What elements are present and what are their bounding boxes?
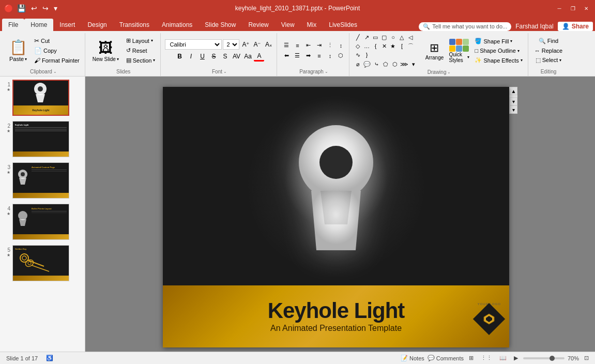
tab-file[interactable]: File: [2, 19, 24, 31]
replace-button[interactable]: ↔ Replace: [532, 47, 565, 55]
slide-thumb-3[interactable]: 3 ★ Animated Content Page: [2, 161, 83, 200]
shape-rtriangle[interactable]: ◁: [406, 33, 415, 41]
tab-slideshow[interactable]: Slide Show: [199, 19, 242, 31]
shape-wave[interactable]: ∿: [354, 51, 362, 59]
bullets-button[interactable]: ☰: [281, 41, 292, 50]
close-button[interactable]: ✕: [582, 4, 591, 13]
section-button[interactable]: ▤ Section ▾: [124, 56, 158, 65]
shape-dropdown-btn[interactable]: ▾: [409, 60, 418, 68]
decrease-font-button[interactable]: A⁻: [252, 39, 262, 50]
scroll-up-button[interactable]: ▲: [510, 87, 517, 95]
shape-more[interactable]: …: [362, 42, 371, 50]
paste-dropdown-icon[interactable]: ▾: [25, 57, 27, 62]
font-case-button[interactable]: Aa: [242, 51, 253, 62]
scroll-down-button-1[interactable]: ▾: [510, 97, 517, 105]
slide-thumb-2[interactable]: 2 ★ Keyhole Light: [2, 120, 83, 158]
shape-bracket[interactable]: [: [398, 42, 406, 50]
increase-font-button[interactable]: A⁺: [240, 39, 251, 50]
layout-button[interactable]: ⊞ Layout ▾: [124, 36, 158, 45]
justify-button[interactable]: ≡: [314, 51, 324, 60]
arrange-button[interactable]: ⊞ Arrange: [423, 37, 446, 65]
slide-thumb-1[interactable]: 1 ★ Keyhole Light: [2, 79, 83, 117]
search-box[interactable]: 🔍 Tell me what you want to do...: [419, 22, 511, 31]
align-left-button[interactable]: ⬅: [281, 51, 292, 60]
quick-styles-button[interactable]: Quick Styles ▾: [448, 37, 470, 65]
cut-button[interactable]: ✂ Cut: [32, 36, 82, 46]
format-painter-button[interactable]: 🖌 Format Painter: [32, 56, 82, 65]
clear-formatting-button[interactable]: Aₓ: [263, 39, 273, 50]
new-slide-button[interactable]: 🖼 New Slide ▾: [89, 37, 122, 64]
shape-star[interactable]: ★: [389, 42, 397, 50]
redo-button[interactable]: ↪: [41, 3, 50, 13]
select-arrow[interactable]: ▾: [559, 58, 561, 63]
italic-button[interactable]: I: [186, 51, 196, 62]
shape-connector[interactable]: ⤷: [372, 60, 380, 68]
restore-button[interactable]: ❐: [568, 4, 577, 13]
shape-line[interactable]: ╱: [354, 33, 362, 41]
copy-button[interactable]: 📄 Copy: [32, 46, 82, 55]
share-button[interactable]: 👤 Share: [558, 22, 593, 31]
font-size-selector[interactable]: 28: [223, 39, 239, 50]
save-button[interactable]: 💾: [16, 3, 27, 13]
tab-design[interactable]: Design: [81, 19, 113, 31]
reset-button[interactable]: ↺ Reset: [124, 46, 158, 55]
bold-button[interactable]: B: [174, 51, 185, 62]
minimize-button[interactable]: ─: [555, 4, 564, 13]
line-spacing-button[interactable]: ↕: [325, 51, 335, 60]
layout-arrow[interactable]: ▾: [151, 38, 153, 43]
slide-thumb-4[interactable]: 4 ★ Bullet Points Layout: [2, 203, 83, 241]
increase-indent-button[interactable]: ⇥: [314, 41, 324, 50]
zoom-thumb[interactable]: [550, 356, 555, 361]
accessibility-button[interactable]: ♿: [44, 354, 55, 362]
shape-outline-button[interactable]: □ Shape Outline ▾: [472, 47, 524, 55]
shape-brace[interactable]: }: [362, 51, 371, 59]
notes-button[interactable]: 📝 Notes: [401, 355, 424, 361]
tab-home[interactable]: Home: [24, 19, 53, 31]
comments-button[interactable]: 💬 Comments: [428, 355, 464, 361]
shape-diamond[interactable]: ◇: [354, 42, 362, 50]
fit-slide-button[interactable]: ⊡: [582, 354, 591, 362]
text-direction-button[interactable]: ↕: [335, 41, 346, 50]
tab-animations[interactable]: Animations: [156, 19, 199, 31]
paste-button[interactable]: 📋 Paste ▾: [5, 37, 31, 65]
shape-curly[interactable]: {: [371, 42, 379, 50]
strikethrough-button[interactable]: S: [208, 51, 219, 62]
scroll-down-button-2[interactable]: ▾: [510, 105, 517, 114]
view-normal-button[interactable]: ⊞: [467, 354, 476, 362]
quick-styles-arrow[interactable]: ▾: [467, 55, 469, 59]
select-button[interactable]: ⬚ Select ▾: [533, 56, 564, 65]
zoom-slider[interactable]: [523, 357, 565, 359]
view-slideshow-button[interactable]: ▶: [512, 354, 520, 362]
tab-view[interactable]: View: [275, 19, 301, 31]
shadow-button[interactable]: S: [220, 51, 230, 62]
undo-button[interactable]: ↩: [29, 3, 39, 13]
shape-cross[interactable]: ✕: [380, 42, 388, 50]
font-expand-icon[interactable]: ⌄: [223, 69, 227, 74]
font-name-selector[interactable]: Calibri: [165, 39, 222, 50]
shape-triangle[interactable]: △: [398, 33, 406, 41]
shape-outline-arrow[interactable]: ▾: [517, 49, 520, 53]
paragraph-expand-icon[interactable]: ⌄: [325, 69, 328, 74]
shape-oval[interactable]: ○: [389, 33, 397, 41]
shape-fill-arrow[interactable]: ▾: [510, 39, 512, 43]
shape-arrow[interactable]: ↗: [362, 33, 371, 41]
underline-button[interactable]: U: [197, 51, 207, 62]
shape-callout[interactable]: 💬: [363, 60, 371, 68]
tab-review[interactable]: Review: [242, 19, 274, 31]
customize-qa-button[interactable]: ▾: [52, 3, 59, 13]
smartart-button[interactable]: ⬡: [335, 51, 346, 60]
shape-hexagon[interactable]: ⬡: [391, 60, 399, 68]
align-center-button[interactable]: ☰: [292, 51, 302, 60]
font-color-button[interactable]: A: [254, 51, 264, 62]
shape-arc[interactable]: ⌒: [406, 42, 415, 50]
tab-liveslides[interactable]: LiveSlides: [323, 19, 363, 31]
tab-insert[interactable]: Insert: [53, 19, 81, 31]
new-slide-dropdown[interactable]: ▾: [117, 57, 119, 62]
align-right-button[interactable]: ➡: [303, 51, 313, 60]
tab-mix[interactable]: Mix: [301, 19, 323, 31]
character-spacing-button[interactable]: AV: [231, 51, 241, 62]
shape-chevron[interactable]: ⋙: [400, 60, 408, 68]
shape-fill-button[interactable]: 🪣 Shape Fill ▾: [472, 37, 524, 46]
shape-freeform[interactable]: ⌀: [354, 60, 362, 68]
shape-rrect[interactable]: ▢: [380, 33, 388, 41]
